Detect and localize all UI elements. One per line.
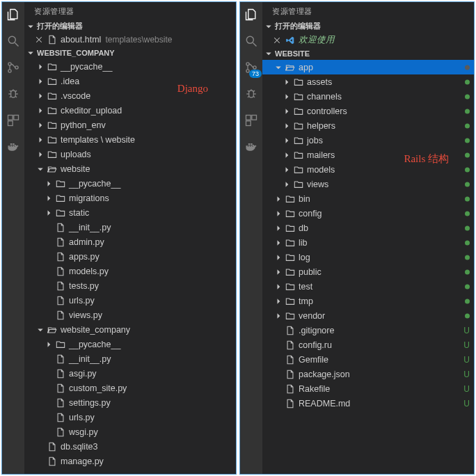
tree-item-label: config [299,209,322,219]
chevron-down-icon [26,48,35,58]
search-tab-icon[interactable] [243,33,260,49]
tree-folder[interactable]: channels [262,89,474,104]
tree-file[interactable]: package.jsonU [262,367,474,381]
chevron-placeholder [44,310,54,320]
folder-icon [55,339,66,350]
tree-item-label: manage.py [61,457,104,466]
chevron-right-icon [35,77,45,86]
tree-file[interactable]: custom_site.py [24,381,236,395]
tree-file[interactable]: models.py [24,264,236,278]
open-editors-header[interactable]: 打开的编辑器 [262,19,474,33]
tree-file[interactable]: views.py [24,308,236,322]
tree-file[interactable]: __init__.py [24,351,236,366]
tree-folder[interactable]: db [262,221,474,235]
left-pane: 资源管理器 打开的编辑器 about.html templates\websit… [1,1,237,475]
docker-tab-icon[interactable] [5,138,22,155]
tree-file[interactable]: db.sqlite3 [24,439,236,454]
tree-folder[interactable]: app [262,60,474,74]
open-editor-item[interactable]: about.html templates\website [24,33,236,47]
close-icon[interactable] [34,35,44,45]
explorer-title: 资源管理器 [24,2,236,19]
explorer-tab-icon[interactable] [5,6,22,23]
tree-item-label: bin [299,194,310,204]
debug-tab-icon[interactable] [243,86,260,102]
tree-folder[interactable]: static [24,205,236,220]
tree-file[interactable]: manage.py [24,454,236,468]
tree-folder[interactable]: controllers [262,104,474,118]
tree-item-label: mailers [307,150,335,160]
tree-folder[interactable]: lib [262,235,474,250]
tree-folder[interactable]: uploads [24,147,236,161]
folder-open-icon [285,62,296,73]
tree-folder[interactable]: mailers [262,148,474,162]
chevron-right-icon [282,77,292,87]
tree-file[interactable]: __init__.py [24,220,236,235]
tree-folder[interactable]: assets [262,74,474,89]
tree-folder[interactable]: migrations [24,191,236,205]
tree-item-label: __pycache__ [61,62,112,72]
search-tab-icon[interactable] [5,33,22,49]
tree-item-label: channels [307,92,342,102]
tree-folder[interactable]: __pycache__ [24,176,236,191]
tree-file[interactable]: README.mdU [262,396,474,411]
tree-item-label: migrations [69,193,109,203]
tree-folder[interactable]: python_env [24,118,236,132]
tree-file[interactable]: apps.py [24,249,236,264]
tree-file[interactable]: wsgi.py [24,425,236,439]
debug-tab-icon[interactable] [5,86,22,102]
tree-file[interactable]: RakefileU [262,381,474,396]
tree-folder[interactable]: ckeditor_upload [24,103,236,118]
tree-file[interactable]: asgi.py [24,366,236,381]
chevron-placeholder [44,281,54,291]
tree-file[interactable]: urls.py [24,293,236,308]
tree-folder[interactable]: config [262,206,474,221]
extensions-tab-icon[interactable] [243,112,260,129]
tree-item-label: assets [307,77,332,87]
scm-tab-icon[interactable]: 73 [243,59,260,76]
tree-file[interactable]: settings.py [24,395,236,410]
tree-item-label: python_env [61,120,106,130]
explorer-tab-icon[interactable] [243,6,260,23]
file-icon [55,383,66,394]
tree-folder[interactable]: helpers [262,118,474,133]
workspace-header[interactable]: WEBSITE_COMPANY [24,47,236,59]
chevron-right-icon [35,106,45,116]
tree-file[interactable]: tests.py [24,278,236,293]
tree-folder[interactable]: bin [262,191,474,206]
tree-folder[interactable]: .vscode [24,88,236,103]
tree-file[interactable]: config.ruU [262,338,474,352]
tree-folder[interactable]: templates \ website [24,132,236,147]
folder-icon [47,76,58,87]
tree-item-label: .vscode [61,91,90,101]
tree-file[interactable]: admin.py [24,235,236,249]
tree-item-label: controllers [307,106,347,116]
docker-tab-icon[interactable] [243,138,260,155]
open-editor-item[interactable]: 欢迎使用 [262,33,474,47]
tree-folder[interactable]: log [262,250,474,264]
tree-folder[interactable]: tmp [262,294,474,308]
open-editors-header[interactable]: 打开的编辑器 [24,19,236,33]
tree-folder[interactable]: website [24,161,236,176]
tree-folder[interactable]: __pycache__ [24,337,236,351]
tree-file[interactable]: GemfileU [262,352,474,367]
tree-item-label: urls.py [69,413,95,422]
tree-folder[interactable]: views [262,177,474,191]
tree-file[interactable]: urls.py [24,410,236,425]
tree-folder[interactable]: public [262,264,474,279]
tree-folder[interactable]: vendor [262,308,474,323]
tree-folder[interactable]: jobs [262,133,474,148]
tree-folder[interactable]: test [262,279,474,294]
tree-item-label: templates \ website [61,135,135,145]
tree-file[interactable]: .gitignoreU [262,323,474,338]
tree-item-label: package.json [299,370,350,379]
folder-icon [293,91,304,102]
file-icon [55,251,66,262]
tree-folder[interactable]: website_company [24,322,236,337]
scm-tab-icon[interactable] [5,59,22,76]
tree-folder[interactable]: .idea [24,74,236,88]
tree-folder[interactable]: models [262,162,474,177]
tree-folder[interactable]: __pycache__ [24,59,236,74]
workspace-header[interactable]: WEBSITE [262,47,474,60]
close-icon[interactable] [272,35,282,45]
extensions-tab-icon[interactable] [5,112,22,129]
